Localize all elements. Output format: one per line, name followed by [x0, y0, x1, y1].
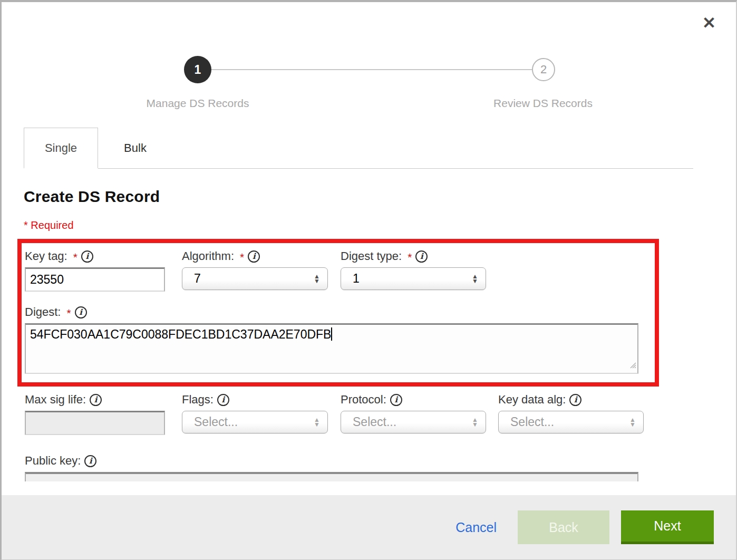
step-1-number: 1	[195, 63, 201, 77]
digest-field: Digest: * i 54FCF030AA1C79C0088FDEC1BD1C…	[25, 305, 655, 374]
next-button[interactable]: Next	[621, 510, 714, 544]
select-arrows-icon: ▲▼	[314, 418, 320, 427]
algorithm-select[interactable]: 7 ▲▼	[182, 267, 328, 290]
algorithm-label-text: Algorithm:	[182, 249, 234, 263]
required-asterisk: *	[66, 306, 71, 320]
digest-type-field: Digest type: * i 1 ▲▼	[341, 249, 498, 292]
flags-select[interactable]: Select... ▲▼	[182, 411, 328, 433]
required-asterisk: *	[408, 250, 412, 264]
max-sig-life-input[interactable]	[25, 411, 165, 435]
algorithm-label: Algorithm: * i	[182, 249, 341, 263]
required-asterisk: *	[240, 250, 244, 264]
public-key-textarea[interactable]	[25, 472, 638, 481]
public-key-label: Public key: i	[25, 454, 736, 468]
step-2-label: Review DS Records	[438, 97, 648, 110]
info-icon[interactable]: i	[415, 250, 428, 263]
max-sig-life-label-text: Max sig life:	[25, 393, 86, 407]
key-data-alg-field: Key data alg: i Select... ▲▼	[498, 393, 644, 435]
select-arrows-icon: ▲▼	[472, 418, 478, 427]
tab-single[interactable]: Single	[24, 128, 98, 169]
select-arrows-icon: ▲▼	[472, 274, 478, 284]
tab-bulk[interactable]: Bulk	[98, 128, 172, 168]
flags-field: Flags: i Select... ▲▼	[182, 393, 341, 435]
info-icon[interactable]: i	[75, 306, 87, 318]
info-icon[interactable]: i	[217, 394, 229, 406]
stepper: 1 2 Manage DS Records Review DS Records	[2, 2, 736, 128]
protocol-label: Protocol: i	[341, 393, 498, 407]
digest-label: Digest: * i	[25, 305, 655, 319]
info-icon[interactable]: i	[90, 394, 102, 406]
modal-footer: Cancel Back Next	[2, 495, 736, 559]
resize-handle-icon[interactable]	[628, 358, 636, 372]
digest-textarea[interactable]: 54FCF030AA1C79C0088FDEC1BD1C37DAA2E70DFB	[25, 323, 638, 374]
protocol-select-value: Select...	[341, 415, 396, 429]
tab-bar: Single Bulk	[24, 128, 693, 169]
flags-label-text: Flags:	[182, 393, 214, 407]
key-data-alg-label-text: Key data alg:	[498, 393, 566, 407]
digest-type-select-value: 1	[341, 272, 360, 286]
digest-type-label-text: Digest type:	[341, 249, 402, 263]
step-2-circle: 2	[532, 58, 555, 81]
info-icon[interactable]: i	[248, 250, 260, 263]
info-icon[interactable]: i	[84, 455, 96, 467]
cancel-button[interactable]: Cancel	[455, 520, 497, 535]
info-icon[interactable]: i	[81, 250, 93, 263]
tab-bulk-label: Bulk	[124, 141, 147, 155]
digest-type-select[interactable]: 1 ▲▼	[341, 267, 486, 290]
key-tag-input[interactable]	[25, 267, 165, 292]
digest-label-text: Digest:	[25, 305, 61, 319]
key-data-alg-label: Key data alg: i	[498, 393, 644, 407]
info-icon[interactable]: i	[569, 394, 581, 406]
public-key-field: Public key: i	[25, 454, 736, 481]
stepper-connector-line	[198, 69, 544, 70]
required-note: * Required	[24, 219, 736, 231]
step-2-number: 2	[540, 63, 547, 76]
flags-select-value: Select...	[182, 415, 238, 429]
key-tag-label-text: Key tag:	[25, 249, 67, 263]
key-data-alg-select[interactable]: Select... ▲▼	[498, 411, 644, 433]
protocol-field: Protocol: i Select... ▲▼	[341, 393, 498, 435]
key-tag-field: Key tag: * i	[25, 249, 182, 292]
max-sig-life-field: Max sig life: i	[25, 393, 182, 435]
tab-single-label: Single	[45, 141, 77, 155]
protocol-select[interactable]: Select... ▲▼	[341, 411, 486, 433]
select-arrows-icon: ▲▼	[314, 274, 320, 284]
flags-label: Flags: i	[182, 393, 341, 407]
public-key-label-text: Public key:	[25, 454, 81, 468]
back-button[interactable]: Back	[518, 510, 609, 544]
key-tag-label: Key tag: * i	[25, 249, 182, 263]
step-1-label: Manage DS Records	[92, 97, 303, 110]
highlighted-required-fields-box: Key tag: * i Algorithm: * i 7 ▲▼	[17, 239, 659, 387]
digest-value: 54FCF030AA1C79C0088FDEC1BD1C37DAA2E70DFB	[30, 327, 331, 341]
step-1-circle: 1	[184, 56, 211, 83]
page-title: Create DS Record	[24, 188, 736, 206]
algorithm-select-value: 7	[182, 272, 201, 286]
required-asterisk: *	[73, 250, 77, 264]
key-data-alg-select-value: Select...	[499, 415, 554, 429]
digest-type-label: Digest type: * i	[341, 249, 498, 263]
text-cursor	[331, 327, 332, 341]
info-icon[interactable]: i	[390, 394, 402, 406]
select-arrows-icon: ▲▼	[629, 418, 636, 427]
max-sig-life-label: Max sig life: i	[25, 393, 182, 407]
algorithm-field: Algorithm: * i 7 ▲▼	[182, 249, 341, 292]
protocol-label-text: Protocol:	[341, 393, 386, 407]
create-ds-record-modal: ✕ 1 2 Manage DS Records Review DS Record…	[0, 0, 737, 560]
